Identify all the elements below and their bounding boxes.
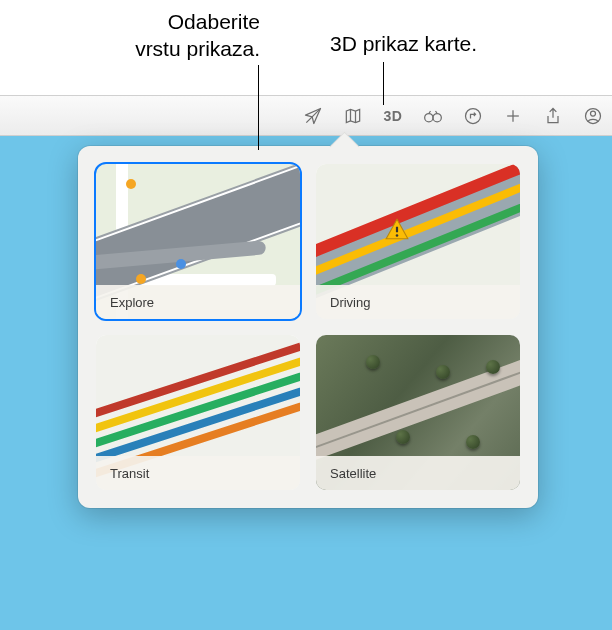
directions-icon[interactable]: [462, 105, 484, 127]
annotation-callouts: Odaberitevrstu prikaza. 3D prikaz karte.: [0, 0, 612, 95]
maps-window: 3D: [0, 95, 612, 630]
svg-point-9: [591, 111, 596, 116]
svg-point-5: [466, 108, 481, 123]
map-mode-popover: Explore Driving: [78, 146, 538, 508]
warning-icon: [384, 216, 410, 242]
map-mode-grid: Explore Driving: [96, 164, 520, 490]
map-mode-satellite[interactable]: Satellite: [316, 335, 520, 490]
map-mode-label: Explore: [96, 285, 300, 319]
toolbar: 3D: [0, 96, 612, 136]
binoculars-icon[interactable]: [422, 105, 444, 127]
map-mode-label: Driving: [316, 285, 520, 319]
share-icon[interactable]: [542, 105, 564, 127]
map-mode-transit[interactable]: Transit: [96, 335, 300, 490]
callout-line: [258, 65, 259, 150]
svg-point-4: [433, 113, 441, 121]
map-mode-driving[interactable]: Driving: [316, 164, 520, 319]
3d-button[interactable]: 3D: [382, 105, 404, 127]
callout-3d-view: 3D prikaz karte.: [330, 30, 530, 57]
map-mode-label: Transit: [96, 456, 300, 490]
map-mode-explore[interactable]: Explore: [96, 164, 300, 319]
svg-point-3: [425, 113, 433, 121]
map-mode-icon[interactable]: [342, 105, 364, 127]
location-arrow-icon[interactable]: [302, 105, 324, 127]
account-icon[interactable]: [582, 105, 604, 127]
add-icon[interactable]: [502, 105, 524, 127]
svg-point-11: [396, 234, 399, 237]
callout-line: [383, 62, 384, 105]
map-mode-label: Satellite: [316, 456, 520, 490]
callout-choose-view: Odaberitevrstu prikaza.: [40, 8, 260, 63]
